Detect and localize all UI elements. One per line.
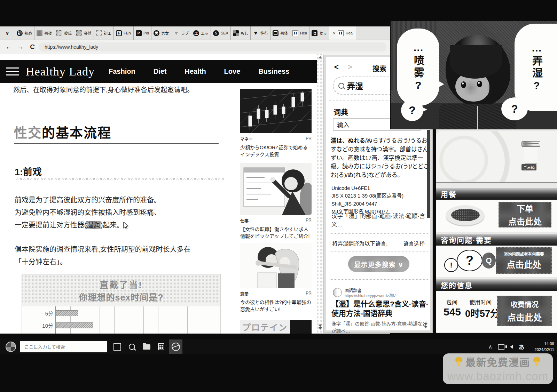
- result-url[interactable]: https://shiraberypp>word>潤い: [345, 293, 397, 298]
- site-nav-item[interactable]: Business: [258, 67, 289, 75]
- pr-card-image[interactable]: [240, 163, 312, 215]
- taskbar: ∧ あ 14:09 2024/02/11: [0, 339, 557, 354]
- folder-icon[interactable]: [143, 344, 150, 350]
- back-icon[interactable]: ←: [3, 43, 14, 51]
- tray-volume-icon[interactable]: [510, 345, 513, 349]
- pr-card[interactable]: プロテイン: [240, 320, 312, 334]
- pr-badge: PR: [306, 136, 312, 142]
- tray-chevron-icon[interactable]: ∧: [488, 344, 492, 350]
- site-logo[interactable]: Healthy Lady: [26, 65, 95, 78]
- tab-favicon: H: [338, 30, 344, 36]
- tab-dropdown-icon[interactable]: ∨: [0, 26, 15, 40]
- scroll-up-icon[interactable]: [319, 56, 322, 58]
- order-button[interactable]: 下单 点击此处: [499, 202, 551, 227]
- clock-date: 2024/02/11: [530, 347, 554, 353]
- browser-tab[interactable]: セ セッ: [309, 26, 329, 40]
- result-title[interactable]: 【湿】是什么意思?含义·读音·使用方法-国语辞典: [331, 299, 429, 318]
- consult-section-header: 咨询问题·需要: [436, 234, 557, 246]
- forward-icon[interactable]: →: [15, 43, 26, 51]
- page-scrollbar[interactable]: [317, 54, 324, 334]
- billing-button[interactable]: 收费情况 点击此处: [497, 296, 552, 326]
- panel-scrollbar-thumb[interactable]: [427, 130, 430, 218]
- pr-title: プロテイン: [240, 321, 290, 333]
- tray-display-icon[interactable]: [498, 344, 504, 350]
- browser-tab[interactable]: エ エッ: [191, 26, 211, 40]
- tab-favicon: [96, 30, 102, 36]
- browser-tab[interactable]: 初体: [270, 26, 290, 40]
- dictionary-meta: Unicode U+6FE1JIS X 0213 1-39-08(面区点番号)S…: [331, 184, 430, 216]
- url-field[interactable]: https://www.healthy_lady: [39, 42, 386, 51]
- pr-card-image[interactable]: [240, 243, 312, 288]
- search-taskbar-icon[interactable]: [129, 344, 135, 350]
- pr-card[interactable]: 仕事PR 【女性の転職】働きやすい求人情報をピックアップしてご紹介!: [240, 163, 312, 240]
- site-nav-item[interactable]: Fashion: [109, 67, 135, 75]
- browser-tab[interactable]: ♥ ラブ: [171, 26, 191, 40]
- browser-tab[interactable]: 初エ: [94, 26, 114, 40]
- food-icon: [446, 205, 485, 225]
- clock-time: 14:09: [530, 341, 554, 347]
- pr-card[interactable]: マネーPR 少額からOK!ORZ証券で始めるインデックス投資: [240, 89, 312, 158]
- pr-card[interactable]: 恋愛PR 今の彼との相性は?的中率最強の恋愛占いがすごい!: [240, 243, 312, 313]
- chart-plot: 5分 10分: [22, 306, 220, 334]
- consult-button[interactable]: 咨询问题或者有何需要 点击此处: [496, 247, 552, 274]
- chart-bar-row: 5分: [22, 310, 220, 316]
- site-nav: Fashion Diet Health Love Business: [109, 67, 289, 75]
- pr-badge: PR: [306, 291, 312, 297]
- browser-tab[interactable]: 初夜: [34, 26, 54, 40]
- browser-tab[interactable]: F FEN: [114, 26, 134, 40]
- tab-title: SEX: [221, 31, 228, 35]
- pr-title[interactable]: 【女性の転職】働きやすい求人情報をピックアップしてご紹介!: [240, 226, 312, 240]
- scroll-down-icon[interactable]: [319, 325, 322, 330]
- site-nav-item[interactable]: Health: [185, 67, 206, 75]
- site-nav-item[interactable]: Diet: [154, 67, 167, 75]
- pr-title[interactable]: 少額からOK!ORZ証券で始めるインデックス投資: [240, 144, 312, 158]
- show-more-button[interactable]: 显示更多搜索 ∨: [348, 256, 409, 272]
- browser-tab[interactable]: P Pol: [134, 26, 151, 40]
- tab-title: 初エ: [104, 30, 111, 36]
- browser-tab[interactable]: H Hea: [290, 26, 309, 40]
- chart-bar: [56, 310, 78, 316]
- browser-tab[interactable]: 突然: [74, 26, 94, 40]
- chart-bar-label: 5分: [22, 310, 56, 317]
- browser-tab[interactable]: 初 初め: [15, 26, 34, 40]
- reload-icon[interactable]: C: [27, 43, 38, 51]
- tab-title: セッ: [319, 30, 327, 36]
- tab-title: 彼氏: [64, 30, 72, 36]
- clock[interactable]: 14:09 2024/02/11: [530, 341, 554, 352]
- heading-highlight: 性交: [14, 126, 42, 140]
- taskbar-search-input[interactable]: [20, 341, 107, 352]
- selected-word[interactable]: 湿润: [87, 221, 101, 229]
- pr-title[interactable]: 今の彼との相性は?的中率最強の恋愛占いがすごい!: [240, 299, 312, 313]
- browser-tab-active[interactable]: × H Hea: [329, 26, 356, 40]
- tab-favicon: [273, 30, 278, 36]
- browser-taskbar-icon[interactable]: [169, 339, 182, 354]
- speech-text: …喷雾?: [410, 42, 426, 93]
- tab-title: Pol: [143, 31, 149, 35]
- pr-category: 恋愛: [240, 291, 249, 297]
- panel-back-icon[interactable]: <: [334, 63, 339, 72]
- start-button[interactable]: [6, 342, 16, 352]
- scroll-down-icon[interactable]: [424, 323, 427, 328]
- task-view-icon[interactable]: [113, 343, 121, 351]
- tab-close-icon[interactable]: ×: [333, 31, 336, 36]
- divider: [329, 250, 428, 252]
- hamburger-icon[interactable]: [6, 67, 19, 75]
- pr-card-image[interactable]: プロテイン: [240, 320, 312, 334]
- ime-indicator[interactable]: あ: [519, 343, 524, 351]
- site-nav-item[interactable]: Love: [224, 67, 241, 75]
- tab-title: 突然: [84, 30, 92, 36]
- calculator-icon[interactable]: [158, 343, 164, 350]
- browser-tab[interactable]: もし: [231, 26, 251, 40]
- pr-card-image[interactable]: [240, 89, 312, 133]
- divider: [329, 233, 428, 234]
- pr-category: 仕事: [240, 218, 249, 224]
- language-select[interactable]: 语言选择: [403, 239, 425, 247]
- chart-bar-row: 10分: [22, 322, 220, 328]
- browser-tab[interactable]: ♥ 性行: [251, 26, 270, 40]
- pr-category: マネー: [240, 136, 253, 142]
- browser-tab[interactable]: 男 男女: [151, 26, 171, 40]
- browser-tab[interactable]: 彼氏: [54, 26, 74, 40]
- panel-forward-icon[interactable]: >: [348, 63, 352, 72]
- browser-tab[interactable]: S SEX: [211, 26, 231, 40]
- speech-text: …弄湿?: [529, 42, 544, 93]
